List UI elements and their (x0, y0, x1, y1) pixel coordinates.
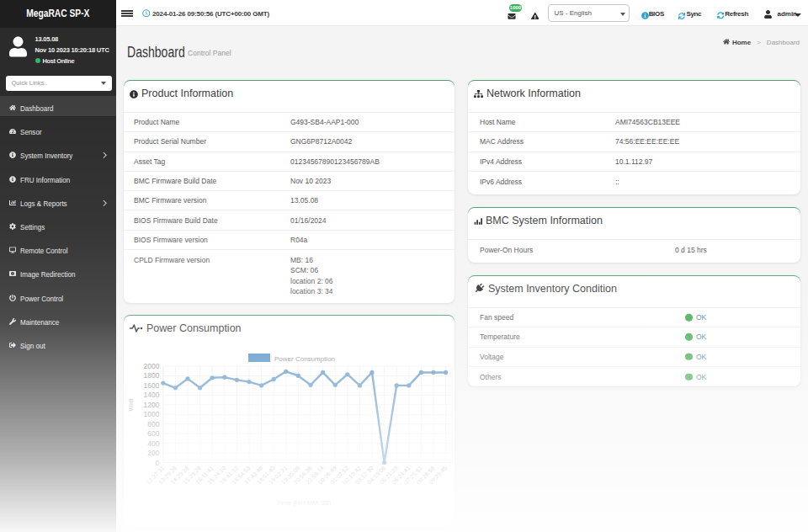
svg-text:Watt: Watt (127, 398, 135, 412)
svg-text:1600: 1600 (144, 381, 160, 390)
svg-text:Time (HH:MM:SS): Time (HH:MM:SS) (276, 499, 331, 507)
svg-text:1200: 1200 (144, 401, 160, 409)
svg-text:600: 600 (147, 429, 159, 438)
svg-text:1000: 1000 (144, 410, 160, 418)
svg-text:1400: 1400 (144, 391, 160, 399)
svg-text:Power Consumption: Power Consumption (274, 355, 335, 363)
svg-text:2000: 2000 (144, 362, 160, 370)
svg-text:200: 200 (147, 449, 159, 457)
svg-text:0: 0 (156, 459, 160, 467)
svg-text:400: 400 (147, 439, 159, 448)
svg-text:800: 800 (147, 420, 159, 428)
svg-text:1800: 1800 (144, 371, 160, 380)
